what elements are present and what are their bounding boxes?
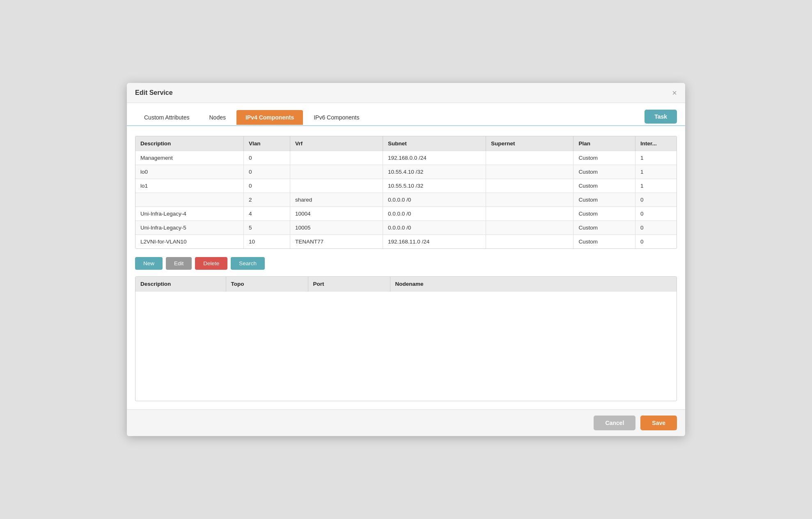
upper-table-cell-supernet bbox=[486, 207, 573, 221]
upper-table-cell-description: Management bbox=[135, 151, 244, 165]
upper-table-row[interactable]: 2shared0.0.0.0 /0Custom0 bbox=[135, 193, 677, 207]
upper-table-cell-inter: 1 bbox=[635, 151, 677, 165]
lower-col-header-topo: Topo bbox=[226, 277, 308, 292]
edit-button[interactable]: Edit bbox=[166, 257, 192, 270]
upper-table-cell-description: lo0 bbox=[135, 165, 244, 179]
col-header-plan: Plan bbox=[573, 136, 635, 151]
upper-table-cell-vrf: TENANT77 bbox=[290, 235, 383, 249]
upper-table-cell-description: Uni-Infra-Legacy-4 bbox=[135, 207, 244, 221]
tab-ipv6-components[interactable]: IPv6 Components bbox=[305, 110, 368, 125]
upper-table-cell-plan: Custom bbox=[573, 235, 635, 249]
upper-table-cell-inter: 0 bbox=[635, 193, 677, 207]
upper-table-row[interactable]: Management0192.168.0.0 /24Custom1 bbox=[135, 151, 677, 165]
close-icon[interactable]: × bbox=[672, 89, 677, 97]
upper-table-cell-vlan: 5 bbox=[244, 221, 290, 235]
upper-table-cell-vrf: shared bbox=[290, 193, 383, 207]
tab-custom-attributes[interactable]: Custom Attributes bbox=[135, 110, 199, 125]
lower-col-header-nodename: Nodename bbox=[390, 277, 677, 292]
upper-table-cell-supernet bbox=[486, 179, 573, 193]
col-header-subnet: Subnet bbox=[383, 136, 486, 151]
delete-button[interactable]: Delete bbox=[195, 257, 227, 270]
upper-table-cell-supernet bbox=[486, 151, 573, 165]
tab-nodes[interactable]: Nodes bbox=[200, 110, 235, 125]
upper-table-cell-supernet bbox=[486, 221, 573, 235]
upper-table-cell-description bbox=[135, 193, 244, 207]
upper-table-cell-vrf: 10004 bbox=[290, 207, 383, 221]
upper-table-cell-plan: Custom bbox=[573, 179, 635, 193]
tab-ipv4-components[interactable]: IPv4 Components bbox=[236, 110, 303, 125]
action-buttons-row: New Edit Delete Search bbox=[135, 257, 677, 270]
upper-table-wrapper: Description Vlan Vrf Subnet Supernet Pla… bbox=[135, 136, 677, 249]
col-header-vrf: Vrf bbox=[290, 136, 383, 151]
lower-col-header-description: Description bbox=[135, 277, 226, 292]
lower-col-header-port: Port bbox=[308, 277, 390, 292]
upper-table-cell-description: L2VNI-for-VLAN10 bbox=[135, 235, 244, 249]
modal-title: Edit Service bbox=[135, 89, 173, 96]
col-header-description: Description bbox=[135, 136, 244, 151]
col-header-supernet: Supernet bbox=[486, 136, 573, 151]
content-area: Description Vlan Vrf Subnet Supernet Pla… bbox=[127, 126, 685, 409]
edit-service-modal: Edit Service × Custom Attributes Nodes I… bbox=[127, 83, 685, 436]
lower-table-empty-body bbox=[135, 292, 677, 374]
cancel-button[interactable]: Cancel bbox=[594, 416, 635, 430]
modal-header: Edit Service × bbox=[127, 83, 685, 103]
upper-table-cell-vlan: 4 bbox=[244, 207, 290, 221]
upper-table-cell-inter: 1 bbox=[635, 179, 677, 193]
upper-table-cell-subnet: 10.55.4.10 /32 bbox=[383, 165, 486, 179]
new-button[interactable]: New bbox=[135, 257, 163, 270]
lower-table: Description Topo Port Nodename bbox=[135, 277, 677, 374]
upper-table-row[interactable]: Uni-Infra-Legacy-44100040.0.0.0 /0Custom… bbox=[135, 207, 677, 221]
upper-table-row[interactable]: lo0010.55.4.10 /32Custom1 bbox=[135, 165, 677, 179]
modal-body: Custom Attributes Nodes IPv4 Components … bbox=[127, 103, 685, 409]
upper-table-cell-supernet bbox=[486, 165, 573, 179]
upper-table-cell-vrf bbox=[290, 165, 383, 179]
upper-table-cell-subnet: 0.0.0.0 /0 bbox=[383, 193, 486, 207]
upper-table-cell-vlan: 0 bbox=[244, 165, 290, 179]
upper-table-cell-supernet bbox=[486, 193, 573, 207]
task-button[interactable]: Task bbox=[645, 110, 677, 124]
upper-table-cell-vrf: 10005 bbox=[290, 221, 383, 235]
tabs-row: Custom Attributes Nodes IPv4 Components … bbox=[127, 103, 685, 126]
upper-table-cell-inter: 0 bbox=[635, 235, 677, 249]
upper-table: Description Vlan Vrf Subnet Supernet Pla… bbox=[135, 136, 677, 248]
upper-table-cell-description: Uni-Infra-Legacy-5 bbox=[135, 221, 244, 235]
upper-table-cell-plan: Custom bbox=[573, 165, 635, 179]
upper-table-cell-plan: Custom bbox=[573, 193, 635, 207]
upper-table-cell-vrf bbox=[290, 179, 383, 193]
upper-table-cell-vlan: 2 bbox=[244, 193, 290, 207]
upper-table-cell-inter: 0 bbox=[635, 221, 677, 235]
upper-table-cell-supernet bbox=[486, 235, 573, 249]
upper-table-cell-plan: Custom bbox=[573, 221, 635, 235]
upper-table-cell-subnet: 0.0.0.0 /0 bbox=[383, 207, 486, 221]
upper-table-cell-inter: 0 bbox=[635, 207, 677, 221]
save-button[interactable]: Save bbox=[640, 416, 677, 430]
upper-table-cell-plan: Custom bbox=[573, 151, 635, 165]
upper-table-cell-subnet: 0.0.0.0 /0 bbox=[383, 221, 486, 235]
upper-table-cell-vlan: 0 bbox=[244, 179, 290, 193]
modal-footer: Cancel Save bbox=[127, 409, 685, 436]
upper-table-cell-description: lo1 bbox=[135, 179, 244, 193]
upper-table-row[interactable]: L2VNI-for-VLAN1010TENANT77192.168.11.0 /… bbox=[135, 235, 677, 249]
upper-table-cell-subnet: 192.168.11.0 /24 bbox=[383, 235, 486, 249]
upper-table-row[interactable]: lo1010.55.5.10 /32Custom1 bbox=[135, 179, 677, 193]
lower-table-wrapper: Description Topo Port Nodename bbox=[135, 276, 677, 401]
col-header-vlan: Vlan bbox=[244, 136, 290, 151]
upper-table-cell-vrf bbox=[290, 151, 383, 165]
upper-table-cell-subnet: 10.55.5.10 /32 bbox=[383, 179, 486, 193]
upper-table-cell-vlan: 0 bbox=[244, 151, 290, 165]
upper-table-cell-vlan: 10 bbox=[244, 235, 290, 249]
col-header-inter: Inter... bbox=[635, 136, 677, 151]
upper-table-cell-plan: Custom bbox=[573, 207, 635, 221]
upper-table-cell-subnet: 192.168.0.0 /24 bbox=[383, 151, 486, 165]
upper-table-cell-inter: 1 bbox=[635, 165, 677, 179]
search-button[interactable]: Search bbox=[231, 257, 265, 270]
upper-table-row[interactable]: Uni-Infra-Legacy-55100050.0.0.0 /0Custom… bbox=[135, 221, 677, 235]
